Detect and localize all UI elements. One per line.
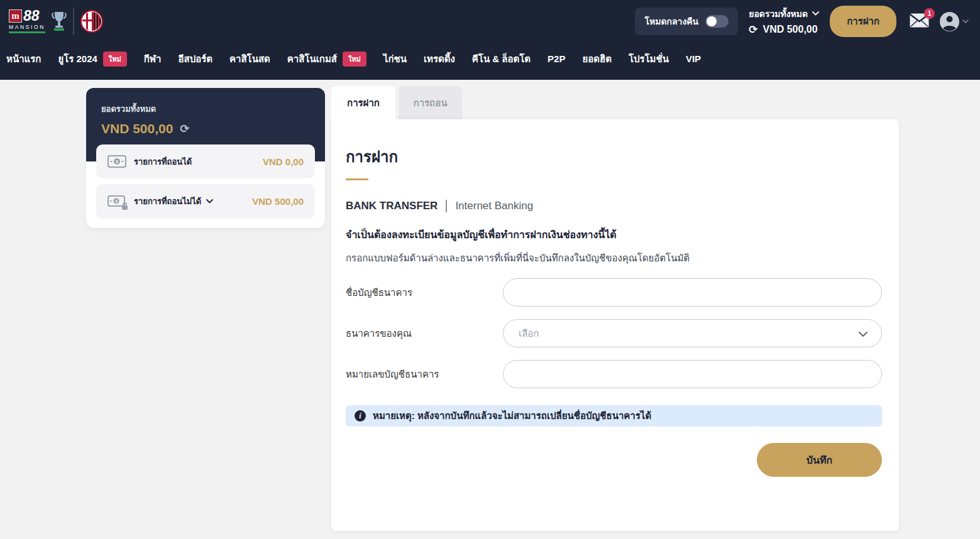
toggle-knob (707, 16, 717, 26)
nav-item-sports[interactable]: กีฬา (144, 52, 162, 67)
bank-select[interactable]: เลือก (503, 319, 882, 347)
non-withdrawable-value: VND 500,00 (252, 196, 304, 207)
nav-item-cockfight[interactable]: ไก่ชน (383, 52, 407, 67)
logo-divider (73, 8, 74, 35)
nav-item-esports[interactable]: อีสปอร์ต (178, 52, 212, 67)
ac-milan-badge (80, 10, 103, 33)
note-text: หมายเหตุ: หลังจากบันทึกแล้วจะไม่สามารถเป… (373, 408, 651, 423)
svg-text:$: $ (116, 159, 119, 165)
method-divider (446, 200, 447, 212)
nav-item-euro-2024[interactable]: ยูโร 2024ใหม่ (58, 52, 126, 67)
mail-button[interactable]: 1 (910, 13, 929, 30)
night-mode-toggle[interactable]: โหมดกลางคืน (635, 8, 738, 35)
note-banner: i หมายเหตุ: หลังจากบันทึกแล้วจะไม่สามารถ… (346, 405, 882, 427)
nav-item-casino-games[interactable]: คาสิโนเกมส์ใหม่ (287, 52, 366, 67)
method-subtitle: Internet Banking (455, 200, 533, 212)
nav-item-p2p[interactable]: P2P (548, 53, 565, 64)
content-area: ยอดรวมทั้งหมด VND 500,00 ⟳ $ รายการที่ถอ… (0, 80, 980, 539)
deposit-button[interactable]: การฝาก (830, 6, 896, 37)
toggle-switch[interactable] (705, 15, 729, 28)
instruction-heading: จำเป็นต้องลงทะเบียนข้อมูลบัญชีเพื่อทำการ… (346, 227, 882, 242)
chevron-down-icon (859, 329, 867, 339)
non-withdrawable-label: รายการที่ถอนไม่ได้ (134, 195, 201, 208)
wallet-total-label: ยอดรวมทั้งหมด (101, 102, 310, 116)
nav-item-promotions[interactable]: โปรโมชั่น (629, 52, 669, 67)
tab-withdraw[interactable]: การถอน (399, 86, 462, 119)
banknote-icon: $ (107, 155, 126, 168)
new-badge: ใหม่ (343, 52, 366, 67)
nav-item-live-casino[interactable]: คาสิโนสด (229, 52, 270, 67)
withdrawable-label: รายการที่ถอนได้ (134, 155, 192, 168)
avatar-icon (940, 12, 959, 31)
mansion-text: MANSION (9, 24, 45, 30)
account-menu[interactable] (940, 12, 969, 31)
withdrawable-row[interactable]: $ รายการที่ถอนได้ VND 0,00 (96, 144, 315, 178)
header-controls: โหมดกลางคืน ยอดรวมทั้งหมด ⟳ VND 500,00 ก… (635, 6, 969, 37)
chevron-down-icon (962, 19, 969, 23)
info-icon: i (355, 410, 366, 422)
bank-select-placeholder: เลือก (519, 326, 539, 341)
m88-logo[interactable]: m 88 MANSION (9, 9, 45, 33)
nav-item-keno-lotto[interactable]: คีโน & ล็อตโต (472, 52, 531, 67)
tab-deposit[interactable]: การฝาก (331, 86, 395, 119)
page-title: การฝาก (346, 144, 882, 169)
account-number-input[interactable] (503, 360, 882, 388)
header-balance[interactable]: ยอดรวมทั้งหมด ⟳ VND 500,00 (749, 7, 819, 36)
top-bar: m 88 MANSION (0, 0, 980, 80)
withdrawable-value: VND 0,00 (263, 156, 304, 167)
banknote-lock-icon: $ (107, 195, 126, 208)
brand-area[interactable]: m 88 MANSION (9, 8, 103, 35)
header: m 88 MANSION (0, 0, 980, 43)
balance-label: ยอดรวมทั้งหมด (749, 7, 808, 21)
bank-label: ธนาคารของคุณ (346, 326, 503, 341)
account-name-label: ชื่อบัญชีธนาคาร (346, 285, 503, 300)
account-number-label: หมายเลขบัญชีธนาคาร (346, 367, 503, 382)
wallet-total-value: VND 500,00 (101, 121, 173, 136)
night-mode-label: โหมดกลางคืน (644, 14, 698, 28)
trophy-icon (52, 11, 67, 32)
mail-count-badge: 1 (924, 8, 935, 19)
chevron-down-icon[interactable] (206, 199, 213, 204)
nav-item-home[interactable]: หน้าแรก (6, 52, 41, 67)
wallet-card: ยอดรวมทั้งหมด VND 500,00 ⟳ $ รายการที่ถอ… (86, 88, 325, 228)
refresh-icon[interactable]: ⟳ (180, 122, 189, 136)
main-nav: หน้าแรก ยูโร 2024ใหม่ กีฬา อีสปอร์ต คาสิ… (0, 43, 980, 80)
m88-m-emblem: m (9, 9, 22, 23)
chevron-down-icon (812, 11, 819, 16)
deposit-panel: การฝาก BANK TRANSFER Internet Banking จำ… (331, 119, 899, 531)
balance-value: VND 500,00 (763, 24, 817, 35)
bank-form: ชื่อบัญชีธนาคาร ธนาคารของคุณ เลือก หมายเ… (346, 278, 882, 388)
nav-item-vip[interactable]: VIP (686, 53, 701, 64)
m88-88-text: 88 (23, 9, 40, 23)
payment-method-header: BANK TRANSFER Internet Banking (346, 200, 882, 212)
non-withdrawable-row[interactable]: $ รายการที่ถอนไม่ได้ VND 500,00 (96, 184, 315, 219)
method-name: BANK TRANSFER (346, 200, 438, 212)
nav-item-popular[interactable]: ยอดฮิต (582, 52, 611, 67)
nav-item-trading[interactable]: เทรดดิ้ง (424, 52, 455, 67)
title-underline (346, 178, 368, 180)
logo-green-bar (9, 31, 45, 33)
instruction-subtext: กรอกแบบฟอร์มด้านล่างและธนาคารที่เพิ่มที่… (346, 251, 882, 266)
save-button[interactable]: บันทึก (757, 443, 882, 477)
refresh-icon[interactable]: ⟳ (749, 23, 757, 36)
new-badge: ใหม่ (103, 52, 127, 67)
account-name-input[interactable] (503, 278, 882, 307)
